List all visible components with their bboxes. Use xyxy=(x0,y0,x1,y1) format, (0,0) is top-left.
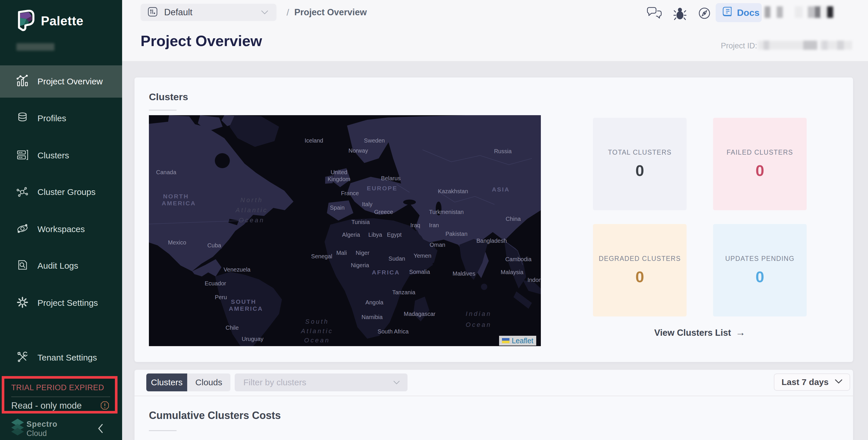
map-label: Iran xyxy=(429,222,439,229)
sidebar-item-label: Project Overview xyxy=(37,76,103,86)
tab-clouds[interactable]: Clouds xyxy=(187,374,230,391)
map-label: Cambodia xyxy=(505,256,531,262)
sidebar-item-clusters[interactable]: Clusters xyxy=(0,139,122,171)
stat-label: DEGRADED CLUSTERS xyxy=(599,255,681,262)
tab-clusters[interactable]: Clusters xyxy=(146,374,187,391)
breadcrumb[interactable]: Project Overview xyxy=(294,4,367,21)
sidebar-item-project-overview[interactable]: Project Overview xyxy=(0,65,122,98)
sidebar: Palette Project Overview Profiles xyxy=(0,0,122,440)
stat-value: 0 xyxy=(635,161,644,179)
map-label: Senegal xyxy=(311,253,332,260)
sidebar-item-label: Tenant Settings xyxy=(37,353,97,363)
read-only-mode-label: Read - only mode xyxy=(11,401,82,411)
stat-label: FAILED CLUSTERS xyxy=(726,149,793,156)
map-label: Spain xyxy=(330,205,344,211)
sidebar-item-label: Clusters xyxy=(37,151,69,160)
sidebar-item-profiles[interactable]: Profiles xyxy=(0,102,122,134)
map-label: Peru xyxy=(215,294,227,301)
trial-expired-banner: TRIAL PERIOD EXPIRED Read - only mode xyxy=(2,376,118,413)
map-label: Yemen xyxy=(413,253,431,259)
map-label: Belarus xyxy=(381,175,401,182)
sidebar-footer: Spectro Cloud xyxy=(0,417,122,440)
sidebar-item-label: Profiles xyxy=(37,114,66,123)
map-label: North xyxy=(241,196,263,204)
redacted-user-info xyxy=(765,6,837,18)
breadcrumb-separator: / xyxy=(286,4,289,21)
map-label: Kingdom xyxy=(328,176,350,183)
doc-search-icon xyxy=(16,259,29,273)
palette-logo-icon xyxy=(16,10,35,32)
compass-icon[interactable] xyxy=(698,7,711,21)
map-label: AMERICA xyxy=(162,200,196,207)
sidebar-item-cluster-groups[interactable]: Cluster Groups xyxy=(0,176,122,208)
sidebar-item-audit-logs[interactable]: Audit Logs xyxy=(0,250,122,282)
costs-panel: Clusters Clouds Filter by clusters Last … xyxy=(134,370,853,440)
sidebar-redacted-text xyxy=(17,43,55,51)
network-icon xyxy=(16,185,29,199)
map-label: Uruguay xyxy=(242,336,264,342)
map-label: Kazakhstan xyxy=(438,188,468,195)
map-label: Nigeria xyxy=(351,262,369,269)
date-range-select[interactable]: Last 7 days xyxy=(774,374,850,391)
map-label: AFRICA xyxy=(372,269,400,276)
map-label: Italy xyxy=(362,201,373,208)
map-label: Libya xyxy=(368,231,382,238)
stat-card-total-clusters: TOTAL CLUSTERS 0 xyxy=(593,118,687,210)
world-map[interactable]: IcelandSwedenNorwayRussiaCanadaUnitedKin… xyxy=(149,115,541,346)
costs-heading: Cumulative Clusters Costs xyxy=(149,409,281,421)
heading-underline xyxy=(149,430,177,431)
map-label: Cuba xyxy=(207,242,221,249)
map-label: Russia xyxy=(494,148,512,155)
brand-name: Palette xyxy=(41,14,84,28)
chevron-down-icon xyxy=(261,10,269,16)
map-label: Angola xyxy=(366,299,383,306)
heading-underline xyxy=(149,110,177,111)
date-range-value: Last 7 days xyxy=(782,377,829,387)
map-label: Tanzania xyxy=(392,289,415,296)
map-label: South Africa xyxy=(377,328,409,335)
map-label: ASIA xyxy=(492,186,510,193)
bug-icon[interactable] xyxy=(673,6,687,22)
map-label: Ocean xyxy=(304,337,330,344)
map-label: Tunisia xyxy=(351,219,370,225)
filter-by-clusters-select[interactable]: Filter by clusters xyxy=(235,374,407,391)
map-attribution: Leaflet xyxy=(499,336,536,346)
brand[interactable]: Palette xyxy=(16,10,84,32)
sidebar-item-workspaces[interactable]: Workspaces xyxy=(0,213,122,245)
book-icon xyxy=(722,6,733,19)
leaflet-link[interactable]: Leaflet xyxy=(512,337,533,345)
sidebar-item-label: Workspaces xyxy=(37,224,85,234)
map-label: Maldives xyxy=(453,271,475,277)
map-label: Iraq xyxy=(410,222,420,229)
spectro-cloud-logo xyxy=(11,418,25,437)
orbit-icon xyxy=(16,222,29,236)
trial-divider xyxy=(11,397,110,397)
docs-button[interactable]: Docs xyxy=(716,3,762,22)
arrow-right-icon: → xyxy=(736,327,745,338)
project-selector[interactable]: Default xyxy=(141,4,276,21)
project-id-label: Project ID: xyxy=(721,41,757,51)
map-label: Venezuela xyxy=(223,266,250,273)
map-label: Mali xyxy=(336,250,347,256)
sidebar-collapse-chevron[interactable] xyxy=(97,423,104,435)
map-label: South xyxy=(305,318,329,325)
clusters-heading: Clusters xyxy=(149,91,188,102)
map-label: Ecuador xyxy=(205,280,226,287)
map-label: Namibia xyxy=(362,314,382,320)
map-label: Egypt xyxy=(387,231,401,238)
map-label: Somalia xyxy=(409,269,430,275)
main-content: Default / Project Overview xyxy=(122,0,868,440)
sidebar-item-tenant-settings[interactable]: Tenant Settings xyxy=(0,342,122,374)
chat-icon[interactable] xyxy=(647,7,662,21)
footer-brand-line2: Cloud xyxy=(27,429,47,438)
map-label: SOUTH xyxy=(231,298,257,305)
map-label: Greece xyxy=(374,209,393,215)
sidebar-item-label: Audit Logs xyxy=(37,261,78,271)
server-icon xyxy=(16,149,29,162)
sidebar-item-label: Cluster Groups xyxy=(37,187,96,197)
view-clusters-list-link[interactable]: View Clusters List→ xyxy=(593,327,807,338)
chevron-down-icon xyxy=(835,379,842,385)
sidebar-item-project-settings[interactable]: Project Settings xyxy=(0,287,122,319)
map-label: Ocean xyxy=(466,321,492,328)
map-label: Iceland xyxy=(305,137,323,144)
